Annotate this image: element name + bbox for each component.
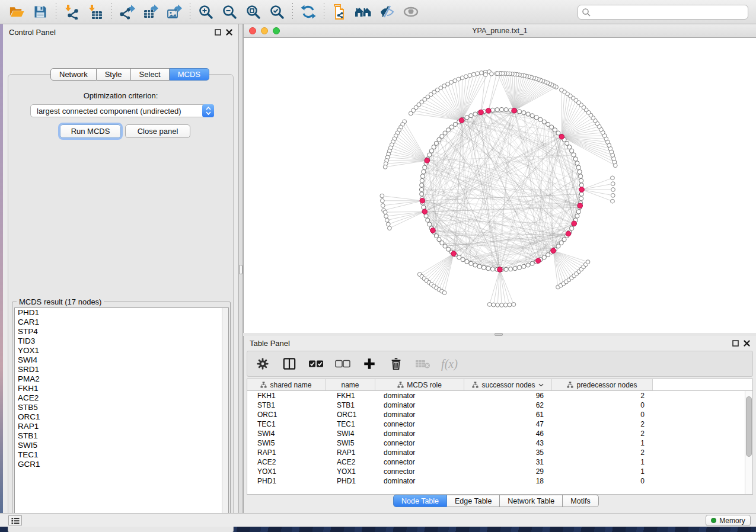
- new-network-from-selection-button[interactable]: [328, 2, 352, 22]
- tab-select[interactable]: Select: [131, 68, 170, 81]
- close-panel-button[interactable]: Close panel: [125, 124, 190, 138]
- table-cell: 0: [552, 411, 653, 419]
- mcds-result-item[interactable]: SRD1: [15, 365, 228, 374]
- column-header-mcds-role[interactable]: MCDS role: [375, 379, 464, 391]
- create-column-button[interactable]: [361, 355, 378, 373]
- mcds-result-item[interactable]: PHD1: [15, 308, 228, 318]
- refresh-icon: [301, 4, 316, 20]
- splitter-grip[interactable]: [239, 265, 243, 274]
- mcds-result-item[interactable]: STP4: [15, 327, 228, 336]
- table-cell: PHD1: [247, 477, 326, 485]
- export-table-button[interactable]: [139, 2, 162, 22]
- refresh-button[interactable]: [296, 2, 320, 22]
- save-session-button[interactable]: [28, 2, 52, 22]
- table-row[interactable]: RAP1RAP1dominator352: [247, 448, 752, 457]
- table-row[interactable]: TEC1TEC1connector472: [247, 419, 752, 429]
- tab-network[interactable]: Network: [50, 68, 97, 81]
- memory-status-icon: [711, 518, 716, 523]
- export-network-button[interactable]: [115, 2, 139, 22]
- mcds-result-item[interactable]: SWI5: [15, 441, 228, 450]
- search-input[interactable]: [578, 5, 748, 20]
- select-stepper-icon: [202, 104, 214, 117]
- mcds-result-item[interactable]: YOX1: [15, 346, 228, 355]
- mcds-result-item[interactable]: SWI4: [15, 355, 228, 365]
- table-row[interactable]: SWI4SWI4dominator462: [247, 429, 752, 438]
- import-network-icon: [64, 4, 79, 20]
- mcds-result-item[interactable]: ACE2: [15, 393, 228, 403]
- table-row[interactable]: SWI5SWI5connector431: [247, 438, 752, 448]
- export-image-button[interactable]: [162, 2, 186, 22]
- table-row[interactable]: ORC1ORC1dominator610: [247, 410, 752, 419]
- tab-mcds[interactable]: MCDS: [170, 68, 209, 81]
- table-cell: FKH1: [326, 392, 375, 400]
- float-panel-icon[interactable]: [732, 340, 739, 347]
- close-panel-icon[interactable]: [226, 29, 232, 36]
- tab-style[interactable]: Style: [97, 68, 131, 81]
- show-graphics-details-button[interactable]: [399, 2, 423, 22]
- task-history-button[interactable]: [8, 515, 22, 525]
- mcds-list-scrollbar[interactable]: [222, 308, 228, 519]
- table-row[interactable]: YOX1YOX1connector291: [247, 467, 752, 476]
- table-cell: SWI4: [247, 430, 326, 438]
- first-neighbors-button[interactable]: [352, 2, 375, 22]
- import-network-button[interactable]: [60, 2, 84, 22]
- zoom-in-button[interactable]: [194, 2, 218, 22]
- column-header-predecessor-nodes[interactable]: predecessor nodes: [552, 379, 653, 391]
- float-panel-icon[interactable]: [215, 29, 221, 36]
- table-scrollbar-thumb[interactable]: [746, 396, 752, 457]
- mcds-result-item[interactable]: TID3: [15, 336, 228, 346]
- table-cell: dominator: [375, 448, 464, 457]
- table-row[interactable]: FKH1FKH1dominator962: [247, 391, 752, 400]
- table-row[interactable]: STB1STB1dominator620: [247, 400, 752, 410]
- hide-selected-button[interactable]: [375, 2, 399, 22]
- mcds-result-item[interactable]: TEC1: [15, 450, 228, 460]
- network-graph[interactable]: [244, 38, 756, 332]
- tree-column-icon: [472, 382, 479, 388]
- table-toolbar: f(x): [247, 351, 753, 377]
- table-cell: ORC1: [247, 411, 326, 419]
- tab-edge-table[interactable]: Edge Table: [447, 495, 500, 507]
- mcds-result-item[interactable]: PMA2: [15, 374, 228, 384]
- mcds-result-item[interactable]: FKH1: [15, 384, 228, 393]
- table-cell: 2: [552, 430, 653, 438]
- function-builder-button-disabled: f(x): [441, 355, 458, 373]
- memory-button[interactable]: Memory: [706, 515, 751, 526]
- optimization-criterion-select[interactable]: largest connected component (undirected): [30, 104, 214, 117]
- table-settings-button[interactable]: [254, 355, 271, 373]
- tab-motifs[interactable]: Motifs: [563, 495, 598, 507]
- zoom-out-icon: [222, 4, 237, 20]
- tab-network-table[interactable]: Network Table: [500, 495, 563, 507]
- toolbar-separator: [292, 3, 293, 21]
- network-window-titlebar[interactable]: YPA_prune.txt_1: [244, 24, 756, 38]
- run-mcds-button[interactable]: Run MCDS: [60, 124, 121, 138]
- column-header-name[interactable]: name: [326, 379, 375, 391]
- zoom-out-button[interactable]: [218, 2, 241, 22]
- table-row[interactable]: PHD1PHD1dominator180: [247, 476, 752, 486]
- zoom-fit-button[interactable]: [241, 2, 265, 22]
- mcds-result-item[interactable]: STB1: [15, 431, 228, 441]
- delete-column-button[interactable]: [388, 355, 404, 373]
- tab-node-table[interactable]: Node Table: [393, 495, 447, 507]
- zoom-selected-button[interactable]: [265, 2, 289, 22]
- table-cell: dominator: [375, 430, 464, 438]
- export-network-icon: [119, 4, 135, 20]
- deselect-all-button[interactable]: [334, 355, 351, 373]
- network-canvas[interactable]: [244, 38, 756, 332]
- mcds-result-item[interactable]: STB5: [15, 403, 228, 412]
- node-table-body: FKH1FKH1dominator962STB1STB1dominator620…: [247, 391, 752, 486]
- close-panel-icon[interactable]: [744, 340, 750, 347]
- vertical-splitter[interactable]: [238, 24, 243, 513]
- mcds-result-item[interactable]: GCR1: [15, 460, 228, 469]
- mcds-result-item[interactable]: CAR1: [15, 318, 228, 327]
- table-scrollbar[interactable]: [745, 391, 752, 494]
- mcds-result-item[interactable]: ORC1: [15, 412, 228, 422]
- table-row[interactable]: ACE2ACE2connector311: [247, 457, 752, 467]
- show-columns-button[interactable]: [281, 355, 298, 373]
- column-header-successor-nodes[interactable]: successor nodes: [464, 379, 552, 391]
- select-all-button[interactable]: [308, 355, 324, 373]
- open-file-button[interactable]: [5, 2, 28, 22]
- import-table-button[interactable]: [84, 2, 107, 22]
- mcds-result-item[interactable]: RAP1: [15, 422, 228, 431]
- table-cell: 2: [552, 448, 653, 457]
- column-header-shared-name[interactable]: shared name: [247, 379, 326, 391]
